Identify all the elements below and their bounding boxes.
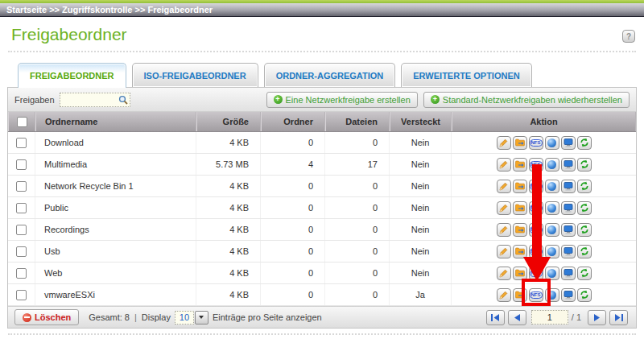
last-page-button[interactable] (609, 310, 628, 325)
row-checkbox[interactable] (16, 159, 27, 170)
edit-button[interactable] (497, 223, 511, 237)
network-computer-icon (564, 291, 573, 300)
refresh-button[interactable] (577, 136, 592, 150)
refresh-icon (580, 268, 589, 278)
network-computer-button[interactable] (561, 267, 576, 280)
help-button[interactable]: ? (622, 30, 635, 43)
network-computer-button[interactable] (561, 180, 576, 193)
refresh-button[interactable] (577, 158, 592, 172)
folder-permission-button[interactable] (513, 136, 527, 150)
delete-button[interactable]: Löschen (14, 309, 79, 325)
folder-name: vmwareESXi (35, 284, 196, 305)
network-computer-button[interactable] (561, 158, 576, 172)
tab-erweiterte-optionen[interactable]: ERWEITERTE OPTIONEN (401, 63, 531, 87)
web-access-icon (547, 160, 556, 169)
header-ordnername[interactable]: Ordnername (35, 112, 196, 131)
row-checkbox[interactable] (16, 246, 27, 257)
edit-button[interactable] (497, 158, 511, 172)
network-computer-icon (564, 160, 573, 169)
table-row: Multimedia 5.73 MB 4 17 Nein NFS (8, 154, 636, 176)
tab-ordner-aggregation[interactable]: ORDNER-AGGREGATION (264, 63, 396, 87)
header-dateien[interactable]: Dateien (325, 112, 390, 131)
folder-permission-button[interactable] (513, 158, 527, 172)
edit-button[interactable] (497, 180, 511, 193)
annotation-arrow-head (523, 257, 551, 281)
edit-button[interactable] (497, 267, 511, 280)
header-versteckt[interactable]: Versteckt (390, 112, 452, 131)
network-computer-button[interactable] (561, 136, 576, 150)
web-access-button[interactable] (545, 223, 559, 237)
hidden-flag: Nein (390, 219, 452, 240)
folder-permission-button[interactable] (513, 223, 527, 237)
network-computer-button[interactable] (561, 223, 576, 237)
edit-icon (499, 160, 508, 169)
web-access-button[interactable] (545, 180, 559, 193)
refresh-button[interactable] (577, 288, 592, 302)
next-page-button[interactable] (588, 310, 606, 325)
select-all-checkbox[interactable] (17, 117, 27, 127)
folder-count: 0 (261, 176, 325, 196)
edit-button[interactable] (497, 245, 511, 258)
action-buttons: NFS (452, 197, 636, 218)
page-size-value[interactable]: 10 (175, 311, 194, 325)
web-access-button[interactable] (545, 136, 559, 150)
row-checkbox[interactable] (16, 138, 27, 148)
restore-defaults-button[interactable]: + Standard-Netzwerkfreigaben wiederherst… (423, 92, 630, 108)
create-share-button[interactable]: + Eine Netzwerkfreigabe erstellen (266, 92, 418, 108)
toolbar: Freigaben + Eine Netzwerkfreigabe erstel… (8, 88, 636, 112)
network-computer-icon (564, 269, 573, 278)
first-page-button[interactable] (486, 310, 505, 325)
hidden-flag: Nein (390, 197, 452, 218)
web-access-button[interactable] (545, 158, 559, 172)
annotation-highlight-box (522, 279, 551, 306)
action-buttons: NFS (452, 219, 636, 240)
folder-permission-icon (515, 182, 525, 190)
tab-freigabeordner[interactable]: FREIGABEORDNER (18, 63, 126, 88)
search-icon[interactable] (118, 95, 128, 105)
folder-permission-button[interactable] (513, 180, 527, 193)
refresh-icon (580, 159, 589, 169)
folder-permission-icon (515, 225, 525, 234)
folder-permission-button[interactable] (513, 245, 527, 258)
refresh-button[interactable] (577, 245, 592, 258)
edit-icon (499, 269, 508, 278)
folder-name: Public (35, 197, 196, 218)
refresh-button[interactable] (577, 180, 592, 193)
folder-permission-button[interactable] (513, 201, 527, 215)
web-access-button[interactable] (545, 201, 559, 215)
table-row: Network Recycle Bin 1 4 KB 0 0 Nein NFS (8, 176, 636, 197)
row-checkbox[interactable] (16, 181, 27, 192)
header-ordner[interactable]: Ordner (261, 112, 325, 131)
file-count: 0 (325, 197, 390, 218)
row-checkbox[interactable] (16, 203, 27, 213)
edit-button[interactable] (497, 136, 511, 150)
row-checkbox[interactable] (16, 225, 27, 235)
current-page-input[interactable] (531, 310, 568, 325)
breadcrumb[interactable]: Startseite >> Zugriffskontrolle >> Freig… (6, 5, 213, 14)
web-access-button[interactable] (545, 245, 559, 258)
network-computer-button[interactable] (561, 201, 576, 215)
edit-button[interactable] (497, 201, 511, 215)
network-computer-button[interactable] (561, 245, 576, 258)
hidden-flag: Nein (390, 263, 452, 283)
refresh-button[interactable] (577, 223, 592, 237)
hidden-flag: Nein (390, 241, 452, 262)
edit-icon (499, 247, 508, 256)
row-checkbox[interactable] (16, 268, 27, 279)
folder-name: Recordings (35, 219, 196, 240)
action-buttons: NFS (452, 132, 636, 153)
edit-button[interactable] (497, 288, 511, 302)
edit-icon (499, 182, 508, 191)
refresh-button[interactable] (577, 201, 592, 215)
header-groesse[interactable]: Größe (196, 112, 261, 131)
prev-page-button[interactable] (508, 310, 526, 325)
nfs-button[interactable]: NFS (529, 136, 543, 150)
tab-iso-freigabeordner[interactable]: ISO-FREIGABEORDNER (132, 63, 258, 87)
header-aktion[interactable]: Aktion (452, 112, 636, 131)
network-computer-button[interactable] (561, 288, 576, 302)
row-checkbox[interactable] (16, 290, 27, 300)
refresh-button[interactable] (577, 267, 592, 280)
web-access-icon (547, 182, 556, 191)
page-size-dropdown-button[interactable] (195, 311, 208, 325)
folder-name: Network Recycle Bin 1 (35, 176, 196, 196)
